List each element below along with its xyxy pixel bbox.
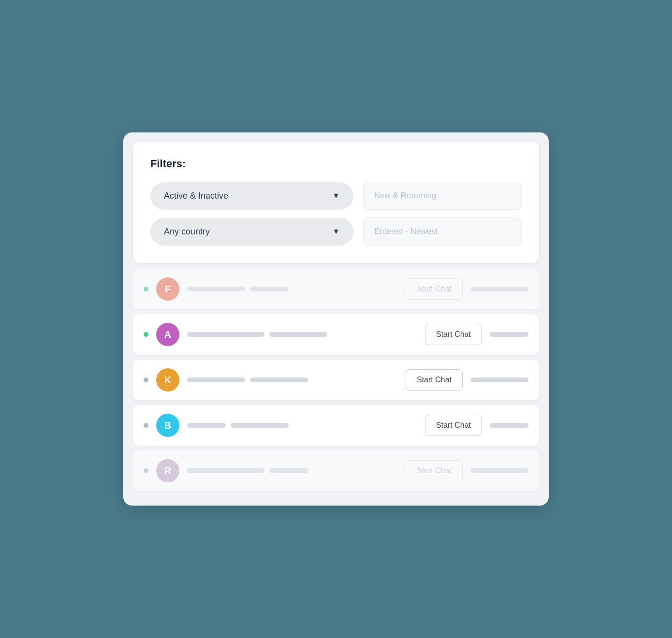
visitor-info <box>187 287 398 291</box>
avatar: B <box>156 414 179 437</box>
info-bar <box>187 468 264 473</box>
avatar: A <box>156 323 179 346</box>
visitor-info <box>187 332 417 337</box>
visitor-row: F Start Chat <box>133 269 539 309</box>
sort-placeholder[interactable]: Entered - Newest <box>363 218 522 246</box>
start-chat-button[interactable]: Start Chat <box>425 324 482 345</box>
start-chat-button[interactable]: Start Chat <box>406 369 463 391</box>
filter-row-2: Any country ▼ Entered - Newest <box>150 218 522 246</box>
filters-title: Filters: <box>150 158 522 170</box>
info-row-1 <box>187 377 398 382</box>
status-dot <box>144 423 148 428</box>
avatar: F <box>156 277 179 301</box>
chevron-down-icon: ▼ <box>332 191 340 200</box>
visitor-type-placeholder[interactable]: New & Returning <box>363 182 522 210</box>
visitor-row: R Start Chat <box>133 450 539 491</box>
trailing-bar <box>470 287 528 291</box>
visitor-row: A Start Chat <box>133 314 539 355</box>
filter-row-1: Active & Inactive ▼ New & Returning <box>150 182 522 210</box>
filter-card: Filters: Active & Inactive ▼ New & Retur… <box>133 142 539 263</box>
visitor-info <box>187 423 417 428</box>
info-bar <box>187 287 245 291</box>
status-filter-select[interactable]: Active & Inactive ▼ <box>150 182 353 210</box>
status-dot <box>144 377 148 382</box>
start-chat-button[interactable]: Start Chat <box>425 415 482 436</box>
info-row-1 <box>187 468 398 473</box>
info-bar <box>187 332 264 337</box>
info-row-1 <box>187 423 417 428</box>
trailing-bar <box>490 332 528 337</box>
trailing-bar <box>470 377 528 382</box>
info-row-1 <box>187 287 398 291</box>
status-dot <box>144 468 148 473</box>
visitor-row: K Start Chat <box>133 360 539 400</box>
main-container: Filters: Active & Inactive ▼ New & Retur… <box>123 132 549 506</box>
visitor-row: B Start Chat <box>133 405 539 446</box>
status-dot <box>144 332 148 337</box>
visitor-info <box>187 377 398 382</box>
country-filter-select[interactable]: Any country ▼ <box>150 218 353 246</box>
info-bar <box>269 468 308 473</box>
start-chat-button[interactable]: Start Chat <box>406 460 463 481</box>
info-bar <box>187 377 245 382</box>
status-dot <box>144 287 148 291</box>
start-chat-button[interactable]: Start Chat <box>406 278 463 300</box>
info-bar <box>187 423 226 428</box>
country-filter-label: Any country <box>164 227 210 237</box>
info-bar <box>250 377 308 382</box>
info-bar <box>250 287 289 291</box>
info-bar <box>231 423 289 428</box>
info-bar <box>269 332 327 337</box>
chevron-down-icon-2: ▼ <box>332 227 340 236</box>
trailing-bar <box>490 423 528 428</box>
info-row-1 <box>187 332 417 337</box>
status-filter-label: Active & Inactive <box>164 191 228 201</box>
avatar: R <box>156 459 179 482</box>
trailing-bar <box>470 468 528 473</box>
visitor-info <box>187 468 398 473</box>
visitors-list: F Start Chat A Start Chat K <box>133 269 539 496</box>
avatar: K <box>156 368 179 392</box>
